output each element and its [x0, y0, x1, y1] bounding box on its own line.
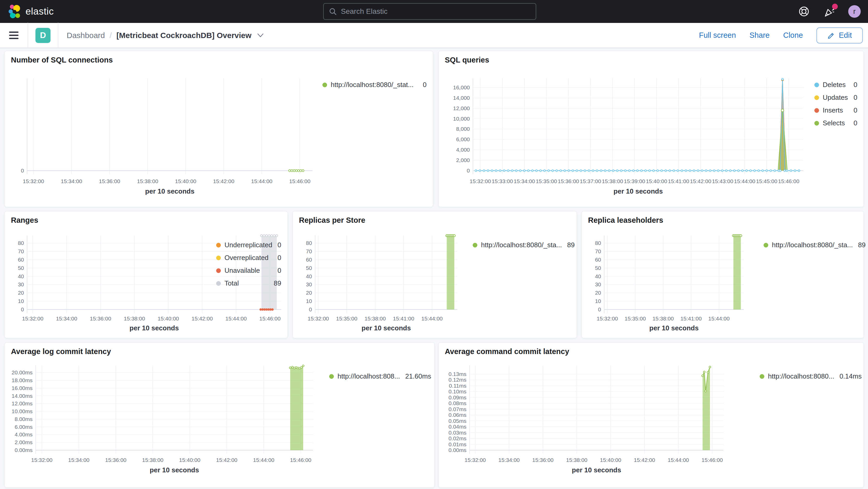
legend-item[interactable]: http://localhost:8080/_sta...89 — [764, 241, 857, 249]
legend-item[interactable]: Unavailable0 — [216, 267, 281, 275]
legend-label: Total — [224, 279, 239, 287]
svg-text:15:32:00: 15:32:00 — [23, 178, 44, 184]
svg-text:15:34:00: 15:34:00 — [514, 178, 535, 184]
chart-avg-command-commit-latency[interactable]: 15:32:0015:34:0015:36:0015:38:0015:40:00… — [445, 358, 727, 483]
legend-value: 0 — [272, 254, 281, 262]
svg-text:15:46:00: 15:46:00 — [290, 457, 311, 463]
menu-button[interactable] — [0, 23, 28, 48]
chevron-down-icon[interactable] — [256, 33, 265, 38]
page-title[interactable]: [Metricbeat CockroachDB] Overview — [116, 31, 252, 40]
hamburger-icon — [9, 31, 19, 40]
user-avatar[interactable]: r — [848, 5, 861, 18]
legend: http://localhost:8080/_stat...0 — [322, 81, 427, 94]
chart-sql-queries[interactable]: 15:32:0015:33:0015:34:0015:35:0015:36:00… — [445, 66, 808, 203]
svg-text:15:32:00: 15:32:00 — [22, 315, 43, 322]
svg-text:20: 20 — [595, 290, 601, 296]
svg-text:0.10ms: 0.10ms — [448, 389, 466, 394]
newsfeed-button[interactable] — [823, 5, 836, 18]
panel-title: SQL queries — [445, 56, 857, 64]
legend-item[interactable]: http://localhost:8080/_sta...89 — [473, 241, 570, 249]
svg-text:0: 0 — [598, 306, 601, 312]
chart-avg-log-commit-latency[interactable]: 15:32:0015:34:0015:36:0015:38:0015:40:00… — [11, 358, 317, 483]
svg-text:0.13ms: 0.13ms — [448, 371, 466, 377]
panel-ranges: Ranges15:32:0015:34:0015:36:0015:38:0015… — [4, 211, 288, 338]
help-button[interactable] — [797, 5, 811, 18]
svg-text:8,000: 8,000 — [456, 126, 470, 132]
legend-dot-icon — [764, 243, 768, 247]
legend-label: Deletes — [823, 81, 846, 89]
pencil-icon — [827, 32, 835, 39]
legend-label: Inserts — [823, 106, 843, 114]
svg-text:30: 30 — [18, 281, 24, 287]
legend-value: 0 — [848, 94, 857, 101]
legend-dot-icon — [814, 95, 819, 100]
legend-value: 89 — [562, 241, 575, 249]
dashboard-badge-wrap: D — [28, 23, 58, 48]
svg-text:8.00ms: 8.00ms — [14, 416, 33, 422]
svg-text:0.01ms: 0.01ms — [448, 441, 466, 447]
life-ring-icon — [798, 5, 810, 18]
svg-text:15:42:00: 15:42:00 — [634, 457, 655, 463]
svg-text:per 10 seconds: per 10 seconds — [362, 324, 411, 332]
svg-text:per 10 seconds: per 10 seconds — [649, 324, 699, 332]
legend-item[interactable]: Updates0 — [814, 94, 857, 101]
legend: http://localhost:8080/_sta...89 — [473, 241, 570, 254]
elastic-logo-group[interactable]: elastic — [8, 4, 54, 19]
svg-text:15:38:00: 15:38:00 — [566, 457, 588, 463]
legend: http://localhost:808...21.60ms — [329, 372, 428, 385]
svg-text:15:44:00: 15:44:00 — [253, 457, 275, 463]
svg-text:per 10 seconds: per 10 seconds — [150, 466, 199, 474]
legend-item[interactable]: Inserts0 — [814, 106, 857, 114]
legend-item[interactable]: Underreplicated0 — [216, 241, 281, 249]
legend-label: Unavailable — [224, 267, 260, 275]
svg-text:15:32:00: 15:32:00 — [465, 457, 486, 463]
dashboard-badge[interactable]: D — [35, 28, 51, 43]
chart-sql-connections[interactable]: 15:32:0015:34:0015:36:0015:38:0015:40:00… — [11, 66, 316, 203]
svg-text:40: 40 — [595, 273, 601, 279]
svg-text:per 10 seconds: per 10 seconds — [129, 324, 179, 332]
svg-text:15:46:00: 15:46:00 — [289, 178, 310, 184]
svg-text:15:40:00: 15:40:00 — [646, 178, 667, 184]
legend: http://localhost:8080...0.14ms — [760, 372, 857, 385]
svg-text:50: 50 — [306, 265, 312, 271]
chart-replica-leaseholders[interactable]: 15:32:0015:35:0015:38:0015:41:0015:44:00… — [588, 227, 747, 333]
clone-link[interactable]: Clone — [783, 31, 803, 40]
legend-item[interactable]: http://localhost:808...21.60ms — [329, 372, 428, 380]
svg-text:12,000: 12,000 — [453, 105, 470, 111]
svg-text:0.04ms: 0.04ms — [448, 424, 466, 430]
svg-text:60: 60 — [595, 256, 601, 263]
legend-value: 0 — [848, 119, 857, 127]
panel-body: 15:32:0015:33:0015:34:0015:35:0015:36:00… — [445, 66, 857, 203]
svg-text:6.00ms: 6.00ms — [14, 424, 33, 430]
search-icon — [329, 7, 337, 16]
fullscreen-link[interactable]: Full screen — [699, 31, 736, 40]
chart-replicas-per-store[interactable]: 15:32:0015:35:0015:38:0015:41:0015:44:00… — [299, 227, 460, 333]
svg-text:15:40:00: 15:40:00 — [600, 457, 621, 463]
svg-text:0: 0 — [21, 306, 24, 312]
svg-text:15:41:00: 15:41:00 — [681, 315, 702, 322]
share-link[interactable]: Share — [749, 31, 770, 40]
legend-value: 89 — [269, 279, 281, 287]
svg-text:15:39:00: 15:39:00 — [624, 178, 645, 184]
svg-text:80: 80 — [18, 240, 24, 246]
legend-item[interactable]: http://localhost:8080/_stat...0 — [322, 81, 427, 89]
svg-text:15:35:00: 15:35:00 — [536, 178, 557, 184]
breadcrumb-dashboard[interactable]: Dashboard — [67, 31, 105, 40]
legend-item[interactable]: Deletes0 — [814, 81, 857, 89]
svg-text:15:34:00: 15:34:00 — [61, 178, 82, 184]
legend-dot-icon — [216, 243, 221, 247]
edit-button[interactable]: Edit — [816, 27, 863, 43]
svg-text:70: 70 — [306, 248, 312, 254]
legend-item[interactable]: Selects0 — [814, 119, 857, 127]
svg-text:12.00ms: 12.00ms — [11, 400, 33, 406]
svg-text:15:38:00: 15:38:00 — [142, 457, 163, 463]
legend-item[interactable]: Overreplicated0 — [216, 254, 281, 262]
svg-text:60: 60 — [18, 256, 24, 263]
legend: Deletes0Updates0Inserts0Selects0 — [814, 81, 857, 132]
svg-text:0.06ms: 0.06ms — [448, 412, 466, 418]
search-input[interactable]: Search Elastic — [323, 3, 536, 20]
legend-item[interactable]: http://localhost:8080...0.14ms — [760, 372, 857, 380]
svg-text:0.07ms: 0.07ms — [448, 406, 466, 412]
legend-item[interactable]: Total89 — [216, 279, 281, 287]
panel-title: Ranges — [11, 216, 281, 224]
